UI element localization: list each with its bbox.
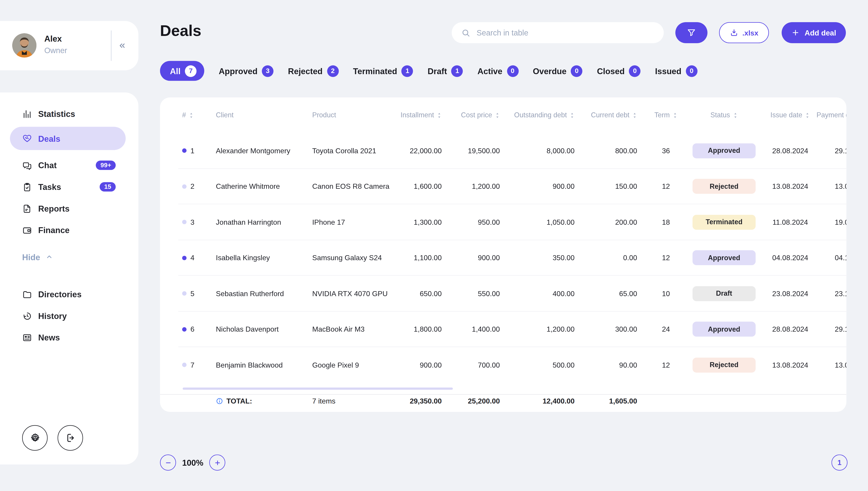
row-dot	[182, 256, 187, 260]
add-deal-button[interactable]: Add deal	[782, 22, 846, 43]
column-header-outstanding[interactable]: Outstanding debt	[500, 111, 575, 119]
table-total-row: TOTAL: 7 items 29,350.00 25,200.00 12,40…	[160, 394, 846, 412]
table-row[interactable]: 7 Benjamin Blackwood Google Pixel 9 900.…	[160, 347, 846, 383]
export-xlsx-button[interactable]: .xlsx	[719, 22, 769, 43]
tab-count-badge: 0	[686, 65, 697, 77]
chevrons-left-icon	[117, 41, 127, 50]
sidebar-hide-button[interactable]: Hide	[0, 249, 138, 265]
collapse-sidebar-button[interactable]	[114, 38, 129, 53]
gear-icon	[29, 432, 41, 443]
column-label: Issue date	[770, 111, 802, 119]
zoom-in-button[interactable]	[210, 455, 226, 471]
cell-installment: 650.00	[395, 289, 442, 298]
table-row[interactable]: 6 Nicholas Davenport MacBook Air M3 1,80…	[160, 312, 846, 347]
logout-button[interactable]	[58, 425, 83, 451]
tab-closed[interactable]: Closed 0	[597, 65, 641, 77]
tab-count-badge: 0	[571, 65, 582, 77]
cell-payment-date: 23.1	[816, 289, 846, 298]
cell-cost-price: 700.00	[442, 361, 500, 369]
column-header-installment[interactable]: Installment	[395, 111, 442, 119]
filter-button[interactable]	[676, 22, 708, 43]
table-header-row: # Client Product Installment Cost price …	[160, 97, 846, 133]
column-header-cost[interactable]: Cost price	[442, 111, 500, 119]
cell-installment: 22,000.00	[395, 146, 442, 155]
tab-issued[interactable]: Issued 0	[655, 65, 697, 77]
cell-issue-date: 04.08.2024	[764, 254, 817, 262]
column-header-term[interactable]: Term	[648, 111, 684, 119]
column-header-payment: Payment da	[816, 111, 846, 119]
status-badge: Terminated	[693, 215, 756, 230]
cell-issue-date: 28.08.2024	[764, 146, 817, 155]
page-number-button[interactable]: 1	[831, 455, 847, 471]
total-current-debt: 1,605.00	[575, 397, 648, 405]
sidebar-item-chat[interactable]: Chat 99+	[0, 154, 138, 176]
cell-outstanding-debt: 350.00	[500, 254, 575, 262]
column-header-status[interactable]: Status	[684, 111, 764, 119]
cell-current-debt: 0.00	[575, 254, 648, 262]
tab-all[interactable]: All 7	[160, 61, 204, 81]
tab-rejected[interactable]: Rejected 2	[288, 65, 339, 77]
cell-issue-date: 11.08.2024	[764, 218, 817, 226]
sidebar-item-reports[interactable]: Reports	[0, 198, 138, 219]
cell-status: Approved	[684, 322, 764, 337]
cell-outstanding-debt: 900.00	[500, 182, 575, 191]
cell-current-debt: 150.00	[575, 182, 648, 191]
cell-num: 6	[190, 325, 194, 334]
sidebar-nav-secondary: Directories History News	[0, 273, 138, 348]
row-dot	[182, 327, 187, 331]
column-header-issue[interactable]: Issue date	[764, 111, 817, 119]
zoom-out-button[interactable]	[160, 455, 176, 471]
total-label: TOTAL:	[227, 397, 252, 405]
horizontal-scrollbar[interactable]	[183, 387, 453, 390]
page-title: Deals	[160, 22, 201, 40]
cell-installment: 1,300.00	[395, 218, 442, 226]
sidebar-item-directories[interactable]: Directories	[0, 284, 138, 305]
profile-card[interactable]: Alex Owner	[0, 21, 138, 70]
table-row[interactable]: 3 Jonathan Harrington IPhone 17 1,300.00…	[160, 204, 846, 240]
column-header-num[interactable]: #	[182, 111, 216, 119]
cell-cost-price: 550.00	[442, 289, 500, 298]
row-dot	[182, 291, 187, 296]
cell-num: 4	[190, 254, 194, 262]
tab-terminated[interactable]: Terminated 1	[353, 65, 413, 77]
tab-active[interactable]: Active 0	[477, 65, 518, 77]
table-row[interactable]: 4 Isabella Kingsley Samsung Galaxy S24 1…	[160, 240, 846, 276]
deals-table: # Client Product Installment Cost price …	[160, 97, 846, 412]
tab-label: Active	[477, 66, 502, 76]
sort-icon	[189, 111, 194, 119]
sort-icon	[495, 111, 500, 119]
sidebar-item-history[interactable]: History	[0, 305, 138, 327]
table-row[interactable]: 1 Alexander Montgomery Toyota Corolla 20…	[160, 133, 846, 169]
tab-approved[interactable]: Approved 3	[219, 65, 273, 77]
sidebar-item-statistics[interactable]: Statistics	[0, 103, 138, 125]
search-input[interactable]	[476, 28, 664, 37]
cell-term: 12	[648, 182, 684, 191]
cell-cost-price: 900.00	[442, 254, 500, 262]
table-row[interactable]: 5 Sebastian Rutherford NVIDIA RTX 4070 G…	[160, 276, 846, 312]
search-icon	[461, 28, 471, 37]
cell-num: 7	[190, 361, 194, 369]
tab-overdue[interactable]: Overdue 0	[533, 65, 582, 77]
reports-icon	[22, 203, 32, 213]
table-row[interactable]: 2 Catherine Whitmore Canon EOS R8 Camera…	[160, 169, 846, 204]
cell-client: Jonathan Harrington	[216, 218, 312, 226]
column-label: Client	[216, 111, 234, 119]
cell-current-debt: 300.00	[575, 325, 648, 334]
settings-button[interactable]	[22, 425, 48, 451]
cell-outstanding-debt: 400.00	[500, 289, 575, 298]
sidebar-item-tasks[interactable]: Tasks 15	[0, 176, 138, 198]
deals-icon	[22, 134, 32, 143]
total-items: 7 items	[312, 397, 395, 405]
sidebar-item-finance[interactable]: Finance	[0, 219, 138, 241]
sidebar-item-deals[interactable]: Deals	[10, 127, 126, 150]
column-header-current[interactable]: Current debt	[575, 111, 648, 119]
tab-label: Approved	[219, 66, 258, 76]
cell-product: Canon EOS R8 Camera	[312, 182, 395, 191]
tab-draft[interactable]: Draft 1	[428, 65, 463, 77]
add-deal-label: Add deal	[805, 28, 836, 37]
sidebar-item-news[interactable]: News	[0, 327, 138, 348]
column-header-product: Product	[312, 111, 395, 119]
cell-product: NVIDIA RTX 4070 GPU	[312, 289, 395, 298]
notification-badge: 15	[100, 182, 116, 192]
info-icon[interactable]	[216, 397, 223, 405]
